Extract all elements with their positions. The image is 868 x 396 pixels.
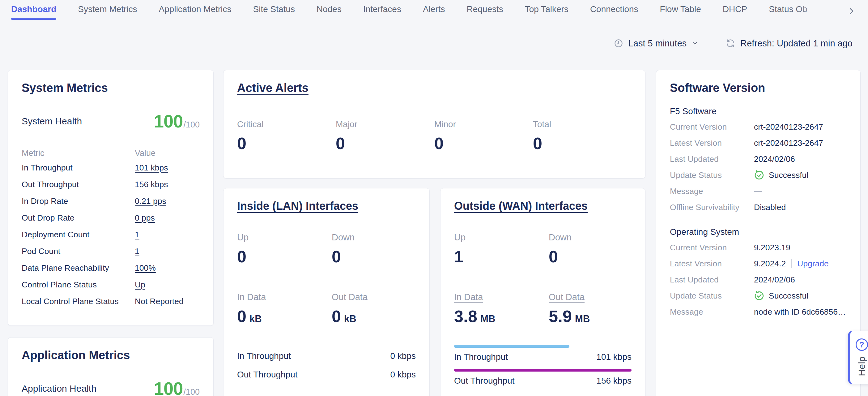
- alert-count: 0: [336, 134, 434, 153]
- metric-label: Out Throughput: [22, 180, 135, 189]
- throughput-label: Out Throughput: [237, 369, 298, 380]
- clock-icon: [614, 38, 623, 48]
- metric-value-link[interactable]: 156 kbps: [135, 180, 168, 189]
- software-row: Latest Version 9.2024.2 Upgrade: [670, 256, 847, 272]
- dashboard-page: Dashboard System Metrics Application Met…: [0, 0, 868, 396]
- throughput-value: 101 kbps: [596, 351, 631, 363]
- alert-stat-total: Total 0: [533, 119, 631, 153]
- tab-system-metrics[interactable]: System Metrics: [78, 2, 137, 20]
- refresh-button[interactable]: Refresh: Updated 1 min ago: [725, 38, 852, 49]
- tab-status-objects[interactable]: Status Ob: [769, 2, 807, 20]
- upgrade-link[interactable]: Upgrade: [797, 259, 829, 268]
- up-count: 0: [237, 247, 246, 266]
- tab-alerts[interactable]: Alerts: [423, 2, 445, 20]
- refresh-icon: [725, 38, 735, 48]
- metric-value-link[interactable]: 0 pps: [135, 213, 155, 222]
- f5-software-heading: F5 Software: [670, 107, 847, 116]
- metric-label: In Drop Rate: [22, 196, 135, 206]
- out-throughput-bar: [454, 369, 631, 372]
- metric-label: Data Plane Reachability: [22, 263, 135, 273]
- metric-label: In Throughput: [22, 163, 135, 173]
- out-data-unit: kB: [344, 313, 356, 324]
- metric-value-link[interactable]: 1: [135, 230, 140, 239]
- alerts-summary: Critical 0 Major 0 Minor 0 Total 0: [237, 119, 631, 153]
- system-health-max: /100: [183, 120, 200, 130]
- wan-interfaces-title-link[interactable]: Outside (WAN) Interfaces: [454, 200, 588, 213]
- application-health-score: 100: [154, 378, 183, 396]
- tab-dhcp[interactable]: DHCP: [723, 2, 747, 20]
- metric-value-link[interactable]: Not Reported: [135, 297, 184, 306]
- time-range-picker[interactable]: Last 5 minutes: [614, 38, 699, 49]
- metric-row: Deployment Count1: [22, 226, 200, 243]
- application-metrics-card: Application Metrics Application Health 1…: [8, 337, 214, 396]
- lan-down-stat: Down 0: [332, 232, 416, 266]
- metric-value-link[interactable]: 0.21 pps: [135, 196, 166, 206]
- application-health-label: Application Health: [22, 383, 96, 394]
- system-health-row: System Health 100 /100: [22, 111, 200, 132]
- lan-data-stats: In Data 0 kB Out Data 0 kB: [237, 292, 416, 326]
- throughput-value: 0 kbps: [391, 369, 416, 380]
- row-label: Last Updated: [670, 275, 754, 285]
- metric-label: Deployment Count: [22, 230, 135, 239]
- nav-scroll-right-button[interactable]: [844, 4, 858, 18]
- metric-row: Control Plane StatusUp: [22, 276, 200, 293]
- tab-dashboard[interactable]: Dashboard: [11, 2, 56, 20]
- tab-top-talkers[interactable]: Top Talkers: [525, 2, 568, 20]
- row-label: Update Status: [670, 170, 754, 180]
- tab-nodes[interactable]: Nodes: [316, 2, 342, 20]
- application-health-max: /100: [183, 387, 200, 396]
- alert-label: Minor: [434, 119, 533, 129]
- lan-out-throughput-row: Out Throughput 0 kbps: [237, 369, 416, 380]
- system-metrics-card: System Metrics System Health 100 /100 Me…: [8, 70, 214, 326]
- throughput-label: Out Throughput: [454, 375, 515, 387]
- metric-label: Out Drop Rate: [22, 213, 135, 223]
- metric-row: Out Throughput156 kbps: [22, 176, 200, 193]
- software-row: Update Status Successful: [670, 288, 847, 304]
- wan-out-data-stat: Out Data 5.9 MB: [549, 292, 631, 326]
- tab-connections[interactable]: Connections: [590, 2, 638, 20]
- throughput-label: In Throughput: [454, 351, 508, 363]
- wan-down-stat: Down 0: [549, 232, 631, 266]
- in-data-link[interactable]: In Data: [454, 292, 483, 302]
- wan-up-down-stats: Up 1 Down 0: [454, 232, 631, 266]
- tab-application-metrics[interactable]: Application Metrics: [159, 2, 231, 20]
- lan-in-data-stat: In Data 0 kB: [237, 292, 332, 326]
- metric-column-header: Metric: [22, 148, 135, 158]
- row-label: Current Version: [670, 243, 754, 252]
- tab-flow-table[interactable]: Flow Table: [660, 2, 701, 20]
- metric-label: Pod Count: [22, 247, 135, 256]
- help-icon: ?: [856, 338, 868, 351]
- active-alerts-title-link[interactable]: Active Alerts: [237, 81, 309, 95]
- alert-stat-minor: Minor 0: [434, 119, 533, 153]
- f5-software-rows: Current Version crt-20240123-2647 Latest…: [670, 119, 847, 215]
- metric-value-link[interactable]: 100%: [135, 263, 156, 273]
- help-panel-tab[interactable]: ? Help: [848, 331, 868, 384]
- top-tab-bar: Dashboard System Metrics Application Met…: [0, 0, 868, 22]
- row-value: node with ID 6dc66856-1...: [754, 307, 847, 317]
- metric-value-link[interactable]: Up: [135, 280, 145, 289]
- software-row: Update Status Successful: [670, 167, 847, 183]
- system-metrics-table: Metric Value In Throughput101 kbps Out T…: [22, 147, 200, 310]
- row-label: Current Version: [670, 122, 754, 132]
- out-data-link[interactable]: Out Data: [549, 292, 585, 302]
- lan-interfaces-title-link[interactable]: Inside (LAN) Interfaces: [237, 200, 358, 213]
- alert-label: Critical: [237, 119, 336, 129]
- out-data-unit: MB: [575, 313, 590, 324]
- operating-system-rows: Current Version 9.2023.19 Latest Version…: [670, 239, 847, 320]
- tab-requests[interactable]: Requests: [466, 2, 503, 20]
- software-row: Last Updated 2024/02/06: [670, 151, 847, 167]
- wan-throughput-rows: In Throughput 101 kbps Out Throughput 15…: [454, 345, 631, 387]
- update-success-icon: [754, 170, 765, 180]
- row-label: Last Updated: [670, 154, 754, 164]
- row-value: Successful: [769, 291, 808, 301]
- system-health-score: 100: [154, 111, 183, 132]
- chevron-right-icon: [847, 6, 856, 16]
- metric-row: Pod Count1: [22, 243, 200, 260]
- metric-value-link[interactable]: 101 kbps: [135, 163, 168, 172]
- tab-site-status[interactable]: Site Status: [253, 2, 295, 20]
- down-label: Down: [549, 232, 631, 243]
- tab-interfaces[interactable]: Interfaces: [363, 2, 401, 20]
- metric-value-link[interactable]: 1: [135, 247, 140, 256]
- up-label: Up: [237, 232, 332, 243]
- row-value: 9.2024.2: [754, 259, 786, 268]
